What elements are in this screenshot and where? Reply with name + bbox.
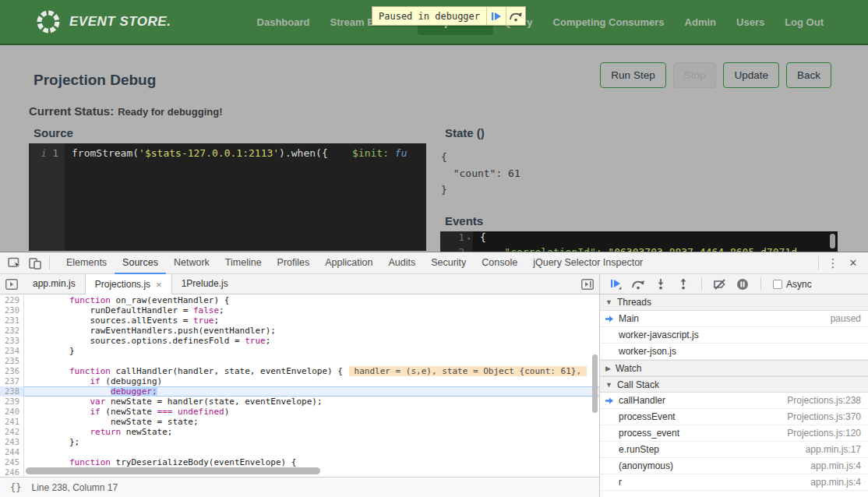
line-number-gutter[interactable]: 241: [0, 417, 24, 427]
inspect-element-icon[interactable]: [5, 254, 25, 273]
step-out-button[interactable]: [675, 276, 692, 293]
call-stack-frame[interactable]: e.runStepapp.min.js:17: [600, 442, 868, 458]
devtools-tab-bar: ElementsSourcesNetworkTimelineProfilesAp…: [58, 252, 651, 274]
line-number-gutter[interactable]: 246: [0, 467, 24, 477]
devtools-tab-console[interactable]: Console: [474, 252, 525, 274]
checkbox-icon[interactable]: [773, 280, 782, 289]
devtools-tab-sources[interactable]: Sources: [115, 252, 166, 274]
devtools-tab-jquery-selector-inspector[interactable]: jQuery Selector Inspector: [525, 252, 651, 274]
code-text: function on_raw(eventHandler) {: [24, 295, 229, 305]
threads-section-header[interactable]: ▼ Threads: [600, 294, 868, 311]
call-stack-frame[interactable]: process_eventProjections.js:120: [600, 425, 868, 442]
line-number-gutter[interactable]: 230: [0, 305, 24, 315]
file-tab-app-min-js[interactable]: app.min.js: [23, 274, 85, 294]
source-code-editor[interactable]: i1 fromStream('$stats-127.0.0.1:2113').w…: [29, 143, 426, 251]
step-over-icon[interactable]: [506, 7, 525, 25]
close-tab-icon[interactable]: ×: [156, 275, 162, 294]
call-stack-frame[interactable]: rapp.min.js:4: [600, 474, 868, 491]
frame-location: app.min.js:4: [810, 477, 861, 488]
back-button[interactable]: Back: [786, 62, 831, 88]
line-number-gutter[interactable]: 237: [0, 376, 24, 386]
file-tab-label: app.min.js: [33, 274, 76, 294]
stop-button: Stop: [673, 62, 717, 88]
horizontal-scrollbar-thumb[interactable]: [26, 467, 320, 474]
line-number-gutter[interactable]: 242: [0, 427, 24, 437]
vertical-scrollbar-thumb[interactable]: [592, 354, 598, 413]
line-number-gutter[interactable]: 235: [0, 356, 24, 366]
thread-row[interactable]: worker-javascript.js: [600, 327, 868, 344]
line-number-gutter[interactable]: 229: [0, 295, 24, 305]
threads-list: Mainpausedworker-javascript.jsworker-jso…: [600, 311, 868, 360]
devtools-tab-security[interactable]: Security: [423, 252, 474, 274]
thread-row[interactable]: Mainpaused: [600, 311, 868, 327]
state-label: State (): [445, 126, 838, 139]
events-scrollbar-thumb[interactable]: [830, 234, 835, 248]
line-number-gutter[interactable]: 232: [0, 326, 24, 336]
code-plain: ).when({: [279, 147, 328, 159]
deactivate-breakpoints-button[interactable]: [711, 276, 729, 293]
nav-item-dashboard[interactable]: Dashboard: [247, 9, 320, 35]
step-into-button[interactable]: [652, 276, 669, 293]
call-stack-frame[interactable]: callHandlerProjections.js:238: [600, 393, 868, 409]
nav-item-competing-consumers[interactable]: Competing Consumers: [543, 9, 675, 35]
pretty-print-icon[interactable]: {}: [10, 482, 21, 493]
devtools-close-icon[interactable]: ✕: [843, 254, 863, 273]
eventstore-logo[interactable]: EVENT STORE.: [35, 9, 171, 35]
devtools-tab-profiles[interactable]: Profiles: [270, 252, 318, 274]
device-toolbar-icon[interactable]: [25, 254, 45, 273]
line-number-gutter[interactable]: 244: [0, 447, 24, 457]
devtools-menu-icon[interactable]: ⋮: [823, 254, 843, 273]
resume-script-button[interactable]: [607, 276, 624, 293]
async-checkbox[interactable]: Async: [773, 279, 812, 290]
file-tab-1prelude-js[interactable]: 1Prelude.js: [172, 274, 238, 294]
code-line: 229 function on_raw(eventHandler) {: [0, 295, 599, 305]
frame-function: r: [619, 477, 622, 488]
code-line: 239 var newState = handler(state, eventE…: [0, 397, 599, 407]
file-tab-projections-js[interactable]: Projections.js×: [85, 274, 172, 294]
line-number-gutter[interactable]: 245: [0, 457, 24, 467]
thread-row[interactable]: worker-json.js: [600, 344, 868, 360]
run-step-button[interactable]: Run Step: [600, 62, 665, 88]
line-number-gutter[interactable]: 236: [0, 366, 24, 376]
resume-script-icon[interactable]: [486, 7, 506, 25]
step-over-button[interactable]: [630, 276, 647, 293]
devtools-tab-application[interactable]: Application: [317, 252, 380, 274]
watch-section-header[interactable]: ▶ Watch: [600, 360, 868, 376]
call-stack-section-header[interactable]: ▼ Call Stack: [600, 376, 868, 393]
code-text: if (newState === undefined): [24, 407, 229, 417]
nav-item-users[interactable]: Users: [726, 9, 774, 35]
line-number-gutter[interactable]: 238: [0, 386, 24, 397]
eventstore-ring-icon: [35, 9, 62, 35]
show-sidebar-icon[interactable]: [576, 274, 599, 294]
debugger-toolbar: Async: [600, 274, 868, 294]
pause-on-exceptions-button[interactable]: [734, 276, 751, 293]
show-navigator-icon[interactable]: [0, 274, 23, 294]
events-editor[interactable]: 1▾ { 2▾ "correlationId": "06303703-8837-…: [440, 231, 838, 252]
fold-arrow-icon[interactable]: ▾: [467, 235, 471, 242]
nav-item-log-out[interactable]: Log Out: [774, 9, 834, 35]
line-number-gutter[interactable]: 231: [0, 315, 24, 326]
call-stack-frame[interactable]: processEventProjections.js:370: [600, 409, 868, 425]
call-stack-frame[interactable]: (anonymous)app.min.js:4: [600, 458, 868, 474]
sidebar-filler: [600, 491, 868, 497]
state-events-panel: State () { "count": 61 } Events 1▾ { 2▾ …: [440, 122, 838, 252]
code-editor[interactable]: 229 function on_raw(eventHandler) {230 r…: [0, 294, 599, 477]
editor-status-bar: {} Line 238, Column 17: [0, 477, 599, 497]
devtools-tab-elements[interactable]: Elements: [58, 252, 115, 274]
update-button[interactable]: Update: [723, 62, 779, 88]
paused-label: Paused in debugger: [372, 7, 486, 25]
devtools-tab-audits[interactable]: Audits: [380, 252, 423, 274]
projection-debug-page: Projection Debug Run Step Stop Update Ba…: [0, 45, 868, 252]
frame-location: Projections.js:120: [787, 428, 861, 439]
line-number-gutter[interactable]: 240: [0, 407, 24, 417]
line-number-gutter[interactable]: 243: [0, 437, 24, 447]
devtools-tab-network[interactable]: Network: [166, 252, 217, 274]
line-number-gutter[interactable]: 233: [0, 336, 24, 346]
code-text: [24, 447, 28, 457]
line-number-gutter[interactable]: 234: [0, 346, 24, 356]
devtools-tab-timeline[interactable]: Timeline: [217, 252, 270, 274]
line-number-gutter[interactable]: 239: [0, 397, 24, 407]
nav-item-admin[interactable]: Admin: [675, 9, 726, 35]
devtools-toolbar: ElementsSourcesNetworkTimelineProfilesAp…: [0, 252, 868, 274]
file-tabs: app.min.jsProjections.js×1Prelude.js: [23, 274, 238, 294]
